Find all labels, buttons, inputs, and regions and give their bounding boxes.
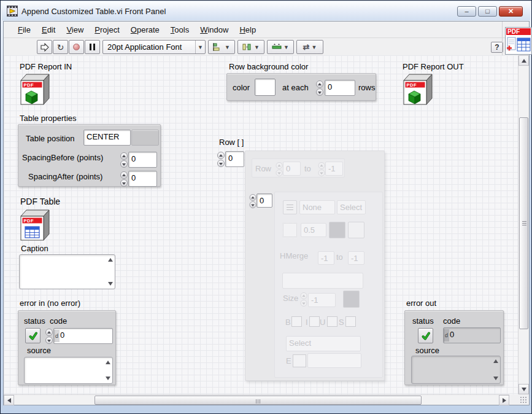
error-out-cluster: status code d0 source	[404, 310, 504, 385]
font-color-box	[343, 291, 360, 308]
radix-indicator: d	[444, 329, 449, 342]
increment-icon[interactable]	[120, 171, 128, 179]
chevron-down-icon[interactable]: ▼	[195, 41, 205, 53]
error-out-label: error out	[406, 299, 436, 308]
bold-checkbox	[291, 316, 302, 327]
pdf-report-in-control[interactable]: PDF	[19, 73, 50, 105]
decrement-icon[interactable]	[45, 337, 53, 344]
pause-icon	[90, 44, 95, 50]
context-help-button[interactable]: ?	[491, 42, 503, 53]
abort-button[interactable]	[69, 40, 84, 54]
decrement-icon[interactable]	[217, 160, 225, 167]
decrement-icon[interactable]	[120, 179, 128, 187]
svg-text:PDF: PDF	[407, 82, 417, 88]
decrement-icon	[318, 169, 325, 176]
spacing-before-field[interactable]: 0	[128, 152, 157, 168]
scroll-up-icon[interactable]	[493, 359, 498, 363]
pause-button[interactable]	[85, 40, 100, 54]
scroll-up-icon[interactable]	[108, 258, 113, 262]
error-out-code-field: d0	[443, 327, 501, 343]
spacing-before-spinner[interactable]	[120, 152, 128, 168]
scroll-down-icon[interactable]	[108, 282, 113, 286]
decrement-icon[interactable]	[250, 201, 256, 208]
chevron-down-icon: ▼	[283, 44, 289, 50]
thumb-grip	[258, 399, 258, 404]
run-button[interactable]	[37, 40, 52, 54]
arrow-right-icon	[503, 398, 506, 403]
color-label: color	[233, 83, 250, 92]
minimize-button[interactable]: –	[457, 6, 476, 17]
reorder-icon: ⇄	[303, 42, 310, 52]
cell-fill-color-box	[348, 222, 364, 238]
increment-icon[interactable]	[316, 80, 323, 88]
menu-window[interactable]: Window	[195, 23, 234, 37]
resize-objects-button[interactable]: ▼	[267, 40, 294, 54]
error-out-code-value: 0	[450, 330, 454, 339]
increment-icon[interactable]	[120, 152, 128, 160]
scroll-right-button[interactable]	[499, 395, 509, 405]
menubar: File Edit View Project Operate Tools Win…	[4, 21, 529, 38]
spacing-before-label: SpacingBefore (points)	[22, 153, 103, 162]
spacing-after-label: SpacingAfter (points)	[28, 172, 102, 181]
decrement-icon[interactable]	[120, 160, 128, 168]
spacing-after-field[interactable]: 0	[128, 171, 157, 187]
increment-icon[interactable]	[217, 152, 225, 159]
row-range-label: Row	[255, 164, 271, 173]
window-title: Append Customized Table.vi Front Panel	[21, 7, 166, 16]
at-each-spinner[interactable]	[316, 80, 324, 96]
spacing-after-spinner[interactable]	[120, 171, 128, 187]
increment-icon[interactable]	[45, 329, 53, 336]
scroll-down-button[interactable]	[519, 384, 529, 394]
row-background-cluster: color at each 0 rows	[226, 73, 376, 101]
rows-label: rows	[358, 83, 375, 92]
caption-field[interactable]	[19, 254, 115, 289]
close-button[interactable]: ✕	[499, 6, 523, 17]
scroll-down-icon[interactable]	[106, 377, 110, 380]
bold-label: B	[285, 318, 291, 327]
error-in-code-field[interactable]: d0	[53, 328, 113, 344]
error-in-source-field[interactable]	[24, 357, 113, 384]
cell-array-index-spinner[interactable]	[250, 193, 257, 208]
size-label: Size	[283, 294, 298, 303]
distribute-objects-button[interactable]: ▼	[237, 40, 264, 54]
font-selector[interactable]: 20pt Application Font ▼	[102, 40, 206, 54]
align-objects-button[interactable]: ▼	[208, 40, 235, 54]
menu-file[interactable]: File	[12, 23, 36, 37]
menu-view[interactable]: View	[61, 23, 89, 37]
underline-label: U	[320, 318, 325, 327]
cell-array-index-field[interactable]: 0	[256, 193, 272, 208]
table-position-field[interactable]: CENTER	[83, 130, 131, 146]
menu-project[interactable]: Project	[89, 23, 125, 37]
pdf-cube-green-icon: PDF	[19, 73, 50, 105]
vertical-scrollbar-thumb[interactable]	[519, 117, 528, 329]
scroll-up-icon[interactable]	[106, 361, 110, 364]
row-range-cluster: Row 0 to -1	[252, 158, 345, 178]
arrow-left-icon	[7, 398, 11, 403]
hmerge-from-field: -1	[318, 251, 334, 265]
horizontal-scrollbar	[4, 394, 509, 405]
menu-edit[interactable]: Edit	[36, 23, 61, 37]
at-each-field[interactable]: 0	[325, 80, 355, 96]
error-in-code-spinner[interactable]	[45, 328, 53, 344]
menu-operate[interactable]: Operate	[125, 23, 165, 37]
row-array-index-field[interactable]: 0	[225, 151, 244, 167]
run-arrow-icon	[40, 43, 49, 52]
scroll-down-icon[interactable]	[493, 377, 498, 380]
menu-help[interactable]: Help	[234, 23, 261, 37]
horizontal-scrollbar-thumb[interactable]	[94, 396, 422, 405]
resize-grip[interactable]	[509, 394, 528, 405]
row-array-index-spinner[interactable]	[217, 151, 225, 167]
vi-icon[interactable]: PDF	[505, 27, 532, 55]
scroll-left-button[interactable]	[4, 395, 14, 405]
scroll-up-button[interactable]	[519, 55, 529, 66]
increment-icon[interactable]	[250, 194, 256, 201]
error-in-status-button[interactable]	[25, 328, 40, 343]
row-color-box[interactable]	[255, 79, 276, 96]
run-continuously-button[interactable]: ↻	[53, 40, 68, 54]
checkmark-icon	[28, 331, 38, 341]
menu-tools[interactable]: Tools	[165, 23, 195, 37]
pdf-table-control[interactable]: PDF	[19, 209, 50, 241]
decrement-icon[interactable]	[316, 88, 323, 96]
reorder-objects-button[interactable]: ⇄ ▼	[296, 40, 323, 54]
maximize-button[interactable]: □	[478, 6, 497, 17]
